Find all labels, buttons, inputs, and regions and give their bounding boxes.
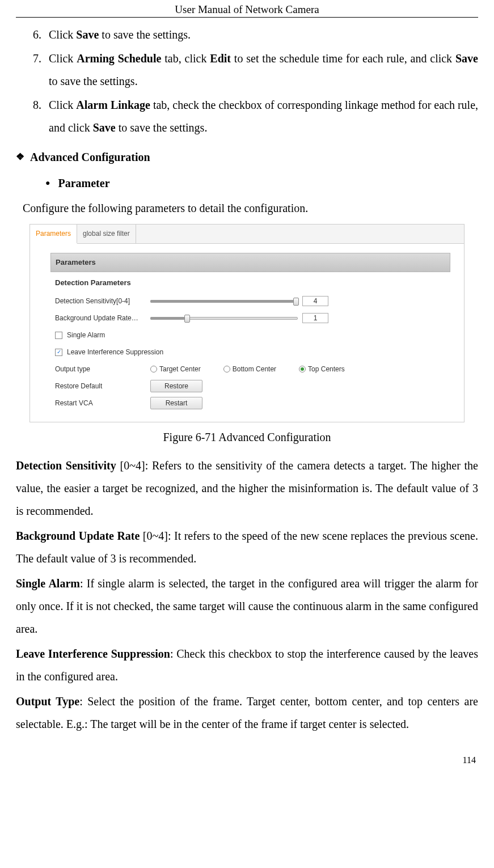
- label-restart-vca: Restart VCA: [55, 396, 146, 410]
- row-restore-default: Restore Default Restore: [50, 378, 464, 395]
- tab-parameters[interactable]: Parameters: [30, 225, 77, 244]
- restart-button[interactable]: Restart: [150, 397, 202, 409]
- label-background-update-rate: Background Update Rate…: [55, 311, 146, 325]
- disc-bullet-icon: ●: [45, 175, 50, 191]
- figure-panel: Parameters global size filter Parameters…: [29, 224, 465, 422]
- radio-top-centers[interactable]: [299, 366, 306, 372]
- value-detection-sensitivity[interactable]: 4: [302, 296, 328, 306]
- sub-header-detection-parameters: Detection Parameters: [50, 272, 464, 293]
- label-detection-sensitivity: Detection Sensitivity[0-4]: [55, 294, 146, 308]
- value-background-update-rate[interactable]: 1: [302, 313, 328, 323]
- diamond-bullet-icon: ❖: [16, 147, 24, 167]
- label-leave-interference: Leave Interference Suppression: [67, 345, 163, 359]
- radio-bottom-center[interactable]: [223, 366, 230, 372]
- checkbox-leave-interference[interactable]: ✓: [55, 349, 62, 356]
- page-number: 114: [16, 751, 478, 769]
- tab-global-size-filter[interactable]: global size filter: [77, 225, 136, 243]
- radio-label-target-center: Target Center: [159, 362, 201, 376]
- para-single-alarm: Single Alarm: If single alarm is selecte…: [16, 572, 478, 640]
- para-output-type: Output Type: Select the position of the …: [16, 690, 478, 735]
- slider-background-update-rate[interactable]: [150, 314, 298, 322]
- row-leave-interference: ✓ Leave Interference Suppression: [50, 344, 464, 361]
- step-8: Click Alarm Linkage tab, check the check…: [44, 94, 478, 139]
- page-header: User Manual of Network Camera: [16, 0, 478, 18]
- section-header-parameters: Parameters: [50, 253, 450, 272]
- step-6: Click Save to save the settings.: [44, 23, 478, 46]
- parameter-heading: ● Parameter: [45, 172, 478, 194]
- row-restart-vca: Restart VCA Restart: [50, 395, 464, 412]
- para-background-update-rate: Background Update Rate [0~4]: It refers …: [16, 524, 478, 570]
- tab-bar: Parameters global size filter: [30, 225, 464, 244]
- row-background-update-rate: Background Update Rate… 1: [50, 310, 464, 327]
- figure-caption: Figure 6-71 Advanced Configuration: [16, 426, 478, 448]
- para-detection-sensitivity: Detection Sensitivity [0~4]: Refers to t…: [16, 454, 478, 522]
- radio-label-top-centers: Top Centers: [308, 362, 345, 376]
- label-single-alarm: Single Alarm: [67, 328, 105, 342]
- steps-list: Click Save to save the settings. Click A…: [16, 23, 478, 139]
- restore-button[interactable]: Restore: [150, 380, 202, 392]
- label-output-type: Output type: [55, 362, 146, 376]
- slider-detection-sensitivity[interactable]: [150, 297, 298, 305]
- row-single-alarm: Single Alarm: [50, 327, 464, 344]
- radio-target-center[interactable]: [150, 366, 157, 372]
- checkbox-single-alarm[interactable]: [55, 332, 62, 339]
- row-output-type: Output type Target Center Bottom Center: [50, 361, 464, 378]
- advanced-configuration-heading: ❖ Advanced Configuration: [16, 146, 478, 168]
- row-detection-sensitivity: Detection Sensitivity[0-4] 4: [50, 293, 464, 310]
- intro-paragraph: Configure the following parameters to de…: [23, 197, 478, 219]
- step-7: Click Arming Schedule tab, click Edit to…: [44, 47, 478, 92]
- label-restore-default: Restore Default: [55, 379, 146, 393]
- radio-label-bottom-center: Bottom Center: [233, 362, 276, 376]
- para-leave-interference: Leave Interference Suppression: Check th…: [16, 642, 478, 688]
